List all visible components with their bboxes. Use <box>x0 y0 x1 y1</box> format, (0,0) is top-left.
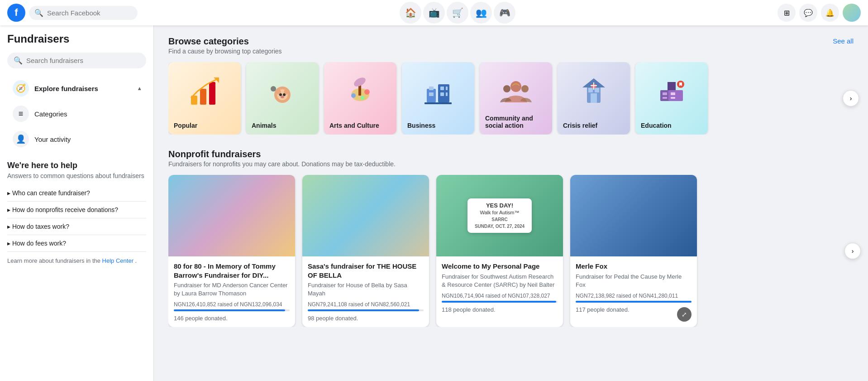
nav-video-button[interactable]: 📺 <box>423 2 445 24</box>
avatar[interactable] <box>843 4 861 22</box>
topnav-search-bar[interactable]: 🔍 <box>29 6 138 20</box>
expand-card-button[interactable]: ⤢ <box>677 307 692 322</box>
category-card-business[interactable]: Business <box>402 62 474 135</box>
browse-subtitle: Find a cause by browsing top categories <box>168 48 282 55</box>
progress-fill-0 <box>174 309 285 311</box>
sidebar-section-explore: 🧭 Explore fundraisers ▴ ≡ Categories 👤 Y… <box>7 76 146 152</box>
svg-point-28 <box>503 85 510 92</box>
progress-fill-1 <box>308 309 419 311</box>
sidebar-search-input[interactable] <box>26 57 140 64</box>
browse-header-left: Browse categories Find a cause by browsi… <box>168 36 282 55</box>
progress-fill-2 <box>442 301 556 303</box>
fundraiser-amount-0: NGN126,410,852 raised of NGN132,096,034 <box>174 301 290 308</box>
fundraiser-card-1[interactable]: Sasa's fundraiser for THE HOUSE OF BELLA… <box>302 175 429 327</box>
help-center-link[interactable]: Help Center <box>102 257 134 264</box>
faq-item-3[interactable]: ▸ How do fees work? <box>7 235 146 252</box>
category-card-education[interactable]: Education <box>635 62 708 135</box>
svg-rect-33 <box>588 88 593 92</box>
facebook-f-icon: f <box>14 7 18 19</box>
crisis-illustration <box>558 62 630 120</box>
svg-rect-32 <box>591 93 597 103</box>
progress-fill-3 <box>576 301 692 303</box>
explore-fundraisers-item[interactable]: 🧭 Explore fundraisers ▴ <box>7 76 146 101</box>
faq-label-1: ▸ How do nonprofits receive donations? <box>7 206 118 213</box>
fundraiser-img-3 <box>570 175 697 256</box>
fundraisers-scroll-right-button[interactable]: › <box>844 243 861 259</box>
svg-rect-22 <box>446 87 448 90</box>
svg-point-16 <box>351 93 356 98</box>
svg-rect-44 <box>671 97 675 99</box>
category-card-animals[interactable]: Animals <box>246 62 319 135</box>
fundraiser-body-0: 80 for 80 - In Memory of Tommy Barrow's … <box>168 256 295 327</box>
chevron-up-icon: ▴ <box>138 85 141 92</box>
nav-icon-group: 🏠 📺 🛒 👥 🎮 <box>141 2 774 24</box>
browse-categories-section: Browse categories Find a cause by browsi… <box>168 36 854 135</box>
faq-item-0[interactable]: ▸ Who can create fundraiser? <box>7 185 146 202</box>
faq-item-2[interactable]: ▸ How do taxes work? <box>7 218 146 235</box>
category-label-popular: Popular <box>174 122 197 129</box>
your-activity-label: Your activity <box>34 135 71 143</box>
fundraiser-img-1 <box>302 175 429 256</box>
svg-point-17 <box>361 96 364 100</box>
fundraiser-donors-2: 118 people donated. <box>442 306 558 313</box>
apps-button[interactable]: ⊞ <box>777 4 796 22</box>
sidebar: Fundraisers 🔍 🧭 Explore fundraisers ▴ ≡ … <box>0 25 154 381</box>
fundraiser-img-2: YES DAY!Walk for Autism™SARRCSUNDAY, OCT… <box>436 175 563 256</box>
progress-bg-1 <box>308 309 424 311</box>
messenger-button[interactable]: 💬 <box>799 4 817 22</box>
fundraiser-title-3: Merle Fox <box>576 262 692 271</box>
category-label-education: Education <box>641 122 672 129</box>
svg-point-10 <box>281 96 284 98</box>
fundraiser-title-0: 80 for 80 - In Memory of Tommy Barrow's … <box>174 262 290 280</box>
page-layout: Fundraisers 🔍 🧭 Explore fundraisers ▴ ≡ … <box>0 0 868 381</box>
nav-groups-button[interactable]: 👥 <box>470 2 492 24</box>
fundraiser-card-3[interactable]: Merle Fox Fundraiser for Pedal the Cause… <box>570 175 697 327</box>
fundraiser-meta-2: Fundraiser for Southwest Autism Research… <box>442 273 558 289</box>
svg-rect-1 <box>200 89 206 105</box>
svg-rect-41 <box>663 92 667 95</box>
faq-item-1[interactable]: ▸ How do nonprofits receive donations? <box>7 202 146 218</box>
fundraiser-meta-1: Fundraiser for House of Bella by Sasa Ma… <box>308 281 424 298</box>
category-card-crisis[interactable]: Crisis relief <box>558 62 630 135</box>
faq-label-3: ▸ How do fees work? <box>7 240 66 247</box>
category-card-arts[interactable]: Arts and Culture <box>324 62 396 135</box>
svg-rect-42 <box>663 97 667 99</box>
help-period: . <box>135 257 137 264</box>
fundraiser-card-2[interactable]: YES DAY!Walk for Autism™SARRCSUNDAY, OCT… <box>436 175 563 327</box>
svg-rect-21 <box>440 87 444 90</box>
topnav-search-input[interactable] <box>47 9 132 17</box>
help-link-text: Learn more about fundraisers in the Help… <box>7 257 146 264</box>
svg-rect-26 <box>424 102 452 104</box>
sidebar-item-your-activity[interactable]: 👤 Your activity <box>7 126 146 152</box>
categories-scroll-right-button[interactable]: › <box>843 90 859 106</box>
sidebar-search-bar[interactable]: 🔍 <box>7 53 146 68</box>
fundraiser-amount-1: NGN79,241,108 raised of NGN82,560,021 <box>308 301 424 308</box>
sidebar-item-categories[interactable]: ≡ Categories <box>7 101 146 126</box>
notifications-button[interactable]: 🔔 <box>821 4 839 22</box>
fundraiser-donors-3: 117 people donated. <box>576 306 692 313</box>
browse-title: Browse categories <box>168 36 282 47</box>
topnav-right: ⊞ 💬 🔔 <box>777 4 861 22</box>
nav-marketplace-button[interactable]: 🛒 <box>447 2 468 24</box>
fundraiser-donors-1: 98 people donated. <box>308 315 424 322</box>
svg-rect-34 <box>595 88 599 92</box>
fundraiser-amount-3: NGN72,138,982 raised of NGN41,280,011 <box>576 293 692 299</box>
category-label-business: Business <box>407 122 435 129</box>
nav-home-button[interactable]: 🏠 <box>400 2 421 24</box>
category-label-crisis: Crisis relief <box>563 122 597 129</box>
learn-more-text: Learn more about fundraisers in the <box>7 257 100 264</box>
arts-illustration <box>324 62 396 120</box>
svg-marker-40 <box>668 82 676 90</box>
help-section: We're here to help Answers to common que… <box>7 161 146 264</box>
animals-illustration <box>246 62 319 120</box>
progress-bg-2 <box>442 301 558 303</box>
nav-gaming-button[interactable]: 🎮 <box>494 2 515 24</box>
see-all-link[interactable]: See all <box>833 36 854 45</box>
category-card-community[interactable]: Community and social action <box>480 62 552 135</box>
nonprofit-header-left: Nonprofit fundraisers Fundraisers for no… <box>168 149 396 168</box>
category-card-popular[interactable]: Popular <box>168 62 241 135</box>
fundraiser-card-0[interactable]: 80 for 80 - In Memory of Tommy Barrow's … <box>168 175 295 327</box>
svg-point-9 <box>283 93 286 96</box>
fundraiser-cards-wrapper: 80 for 80 - In Memory of Tommy Barrow's … <box>168 175 854 327</box>
categories-label: Categories <box>34 110 67 118</box>
